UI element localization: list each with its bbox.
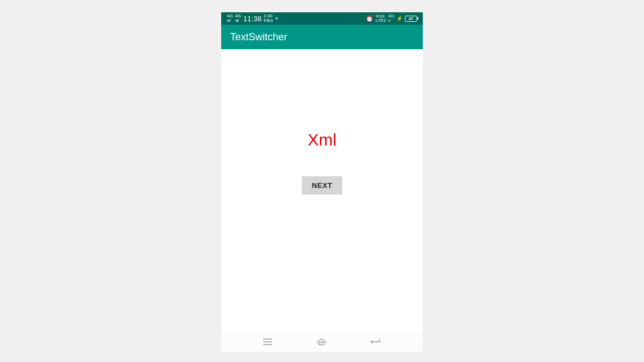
svg-point-3 [319, 342, 324, 345]
app-title: TextSwitcher [230, 31, 287, 43]
home-icon[interactable] [315, 337, 328, 346]
charging-icon: ⚡ [396, 16, 403, 21]
status-bar: 4Gıııl 4Gıııl 11:38 2.40KB/s ⏰ Vo)1LTE2 … [221, 12, 423, 25]
text-switcher-label: Xml [307, 130, 337, 149]
battery-icon: 47 [405, 16, 417, 22]
recent-apps-icon[interactable] [262, 338, 273, 346]
signal-icon-2: 4Gıııl [235, 14, 241, 23]
signal-icon-1: 4Gıııl [227, 14, 233, 23]
status-speed: 2.40KB/s [264, 14, 273, 23]
carrier-1: Vo)1LTE2 [376, 14, 386, 23]
app-bar: TextSwitcher [221, 25, 423, 49]
status-left: 4Gıııl 4Gıııl 11:38 2.40KB/s [227, 14, 278, 23]
alarm-icon: ⏰ [366, 15, 374, 22]
phone-frame: 4Gıııl 4Gıııl 11:38 2.40KB/s ⏰ Vo)1LTE2 … [221, 12, 423, 352]
status-dot-icon [276, 17, 278, 20]
next-button[interactable]: NEXT [302, 176, 343, 195]
navigation-bar [221, 332, 423, 352]
carrier-2: 4Gıı [388, 14, 394, 23]
status-right: ⏰ Vo)1LTE2 4Gıı ⚡ 47 [366, 14, 417, 23]
main-content: Xml NEXT [221, 49, 423, 332]
status-time: 11:38 [243, 15, 262, 23]
back-icon[interactable] [370, 338, 382, 346]
